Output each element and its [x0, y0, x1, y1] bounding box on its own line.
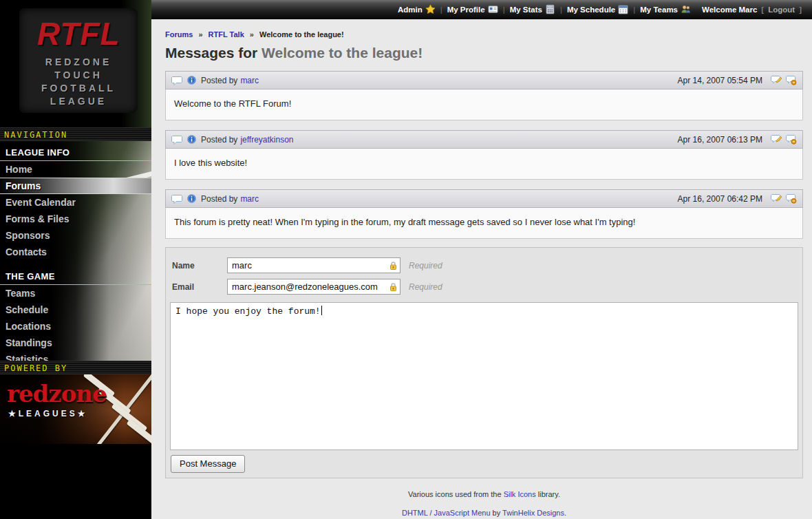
message-body: Welcome to the RTFL Forum!	[165, 89, 803, 120]
breadcrumb-link-forums[interactable]: Forums	[165, 30, 193, 39]
breadcrumb-separator: »	[250, 30, 254, 39]
message-timestamp: Apr 14, 2007 05:54 PM	[678, 76, 762, 85]
vcard-icon	[488, 4, 498, 16]
logo-acronym: RTFL	[19, 8, 138, 50]
sidebar-nav: LEAGUE INFO Home Forums Event Calendar F…	[0, 141, 151, 361]
topbar-item-admin[interactable]: Admin	[398, 4, 436, 16]
sidebar: RTFL REDZONE TOUCH FOOTBALL LEAGUE NAVIG…	[0, 0, 151, 519]
comment-delete-icon[interactable]	[785, 193, 797, 204]
topbar-item-my-schedule[interactable]: My Schedule	[567, 4, 628, 16]
page-title-topic: Welcome to the league!	[261, 45, 423, 61]
comment-delete-icon[interactable]	[785, 75, 797, 85]
comment-edit-icon[interactable]	[771, 193, 782, 204]
speech-bubble-icon	[171, 194, 182, 204]
lock-icon	[389, 261, 398, 273]
sidebar-item-home[interactable]: Home	[0, 161, 151, 178]
forum-message: Posted by marc Apr 16, 2007 06:42 PM Thi…	[165, 189, 803, 239]
email-input[interactable]	[227, 279, 400, 295]
logo-line: TOUCH	[19, 69, 138, 82]
topbar-separator: |	[560, 6, 562, 14]
post-message-form: Name Required Email Required I hope you	[165, 247, 803, 478]
comment-delete-icon[interactable]	[785, 134, 797, 145]
comment-edit-icon[interactable]	[771, 134, 782, 145]
comment-edit-icon[interactable]	[771, 75, 782, 85]
redzone-logo-subtitle: ★LEAGUES★	[8, 409, 88, 419]
breadcrumb-current: Welcome to the league!	[259, 30, 344, 39]
topbar-separator: |	[633, 6, 635, 14]
silk-icons-link[interactable]: Silk Icons	[504, 490, 536, 498]
nav-section-the-game: THE GAME	[0, 265, 151, 285]
forum-message: Posted by marc Apr 14, 2007 05:54 PM Wel…	[165, 71, 803, 120]
twinhelix-link[interactable]: TwinHelix Designs	[502, 509, 564, 517]
nav-section-league-info: LEAGUE INFO	[0, 141, 151, 161]
draft-message-text: I hope you enjoy the forum!	[175, 306, 321, 317]
author-link[interactable]: marc	[240, 76, 259, 85]
message-body: I love this website!	[165, 149, 803, 180]
footer: Various icons used from the Silk Icons l…	[165, 490, 803, 517]
message-timestamp: Apr 16, 2007 06:42 PM	[678, 194, 762, 204]
sidebar-item-standings[interactable]: Standings	[0, 335, 151, 351]
topbar: Admin | My Profile | My Stats | My Sched…	[151, 0, 812, 19]
message-textarea[interactable]: I hope you enjoy the forum!	[170, 302, 798, 450]
required-hint: Required	[409, 261, 442, 271]
post-message-button[interactable]: Post Message	[171, 455, 245, 473]
powered-by-banner: POWERED BY	[0, 361, 151, 374]
icons-credit-line: Various icons used from the Silk Icons l…	[165, 490, 803, 498]
info-icon[interactable]	[186, 193, 197, 204]
logo-line: REDZONE	[19, 56, 138, 69]
sidebar-item-teams[interactable]: Teams	[0, 285, 151, 301]
message-header: Posted by jeffreyatkinson Apr 16, 2007 0…	[165, 130, 803, 149]
menu-credit-line: DHTML / JavaScript Menu by TwinHelix Des…	[165, 509, 803, 517]
sidebar-item-event-calendar[interactable]: Event Calendar	[0, 194, 151, 211]
topbar-item-my-profile[interactable]: My Profile	[447, 4, 498, 16]
sidebar-item-sponsors[interactable]: Sponsors	[0, 227, 151, 244]
sidebar-item-forms-files[interactable]: Forms & Files	[0, 211, 151, 227]
page-title: Messages for Welcome to the league!	[165, 45, 803, 61]
main-area: Admin | My Profile | My Stats | My Sched…	[151, 0, 812, 519]
logo-line: FOOTBALL	[19, 82, 138, 95]
sidebar-item-contacts[interactable]: Contacts	[0, 244, 151, 260]
logo-line: LEAGUE	[19, 95, 138, 108]
powered-by-logo[interactable]: redzone ★LEAGUES★	[0, 374, 151, 444]
required-hint: Required	[409, 282, 442, 292]
message-timestamp: Apr 16, 2007 06:13 PM	[678, 135, 762, 145]
info-icon[interactable]	[186, 134, 197, 145]
speech-bubble-icon	[171, 135, 182, 145]
breadcrumb-link-rtfl-talk[interactable]: RTFL Talk	[209, 30, 244, 39]
name-input[interactable]	[227, 257, 400, 273]
info-icon[interactable]	[186, 75, 197, 85]
dhtml-menu-link[interactable]: DHTML / JavaScript Menu	[402, 509, 491, 517]
breadcrumb: Forums » RTFL Talk » Welcome to the leag…	[165, 30, 803, 39]
posted-by-label: Posted by	[201, 76, 237, 85]
lock-icon	[389, 282, 398, 295]
star-icon	[425, 4, 436, 16]
calculator-icon	[545, 4, 555, 16]
sidebar-item-schedule[interactable]: Schedule	[0, 301, 151, 318]
league-logo: RTFL REDZONE TOUCH FOOTBALL LEAGUE	[19, 8, 138, 113]
logout-bracket: [	[761, 6, 764, 14]
email-label: Email	[172, 282, 227, 292]
topbar-item-my-teams[interactable]: My Teams	[640, 4, 691, 16]
sidebar-item-statistics[interactable]: Statistics	[0, 351, 151, 361]
forum-message: Posted by jeffreyatkinson Apr 16, 2007 0…	[165, 130, 803, 180]
breadcrumb-separator: »	[198, 30, 202, 39]
sidebar-filler	[0, 444, 151, 519]
logout-bracket: ]	[799, 6, 802, 14]
author-link[interactable]: jeffreyatkinson	[240, 135, 293, 145]
content: Forums » RTFL Talk » Welcome to the leag…	[151, 19, 812, 519]
message-header: Posted by marc Apr 16, 2007 06:42 PM	[165, 189, 803, 208]
email-row: Email Required	[172, 279, 800, 295]
sidebar-item-forums[interactable]: Forums	[0, 178, 151, 194]
redzone-logo-text: redzone	[7, 380, 107, 407]
page: RTFL REDZONE TOUCH FOOTBALL LEAGUE NAVIG…	[0, 0, 812, 519]
sidebar-item-locations[interactable]: Locations	[0, 318, 151, 335]
topbar-item-my-stats[interactable]: My Stats	[510, 4, 555, 16]
topbar-separator: |	[440, 6, 442, 14]
logout-link[interactable]: Logout	[768, 6, 795, 14]
posted-by-label: Posted by	[201, 194, 237, 204]
message-header: Posted by marc Apr 14, 2007 05:54 PM	[165, 71, 803, 89]
group-icon	[681, 4, 691, 16]
author-link[interactable]: marc	[240, 194, 259, 204]
text-caret	[321, 306, 322, 315]
navigation-banner: NAVIGATION	[0, 127, 151, 141]
